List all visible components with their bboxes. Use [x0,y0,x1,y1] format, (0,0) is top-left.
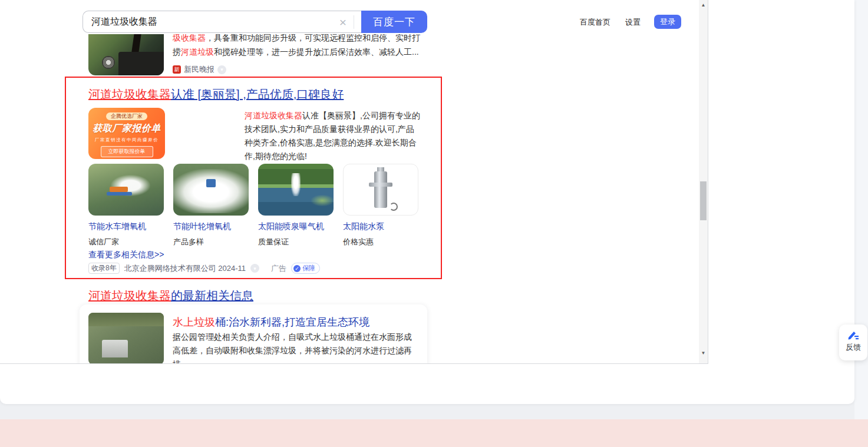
news-title-link[interactable]: 水上垃圾桶:治水新利器,打造宜居生态环境 [173,315,369,329]
product-photo [343,164,418,216]
banner-badge: 企腾优选厂家 [106,112,147,120]
news-result-card[interactable]: 水上垃圾桶:治水新利器,打造宜居生态环境 据公园管理处相关负责人介绍，自吸式水上… [80,304,427,364]
login-button[interactable]: 登录 [654,15,681,29]
ad-result-title[interactable]: 河道垃圾收集器认准 [奥丽景] ,产品优质,口碑良好 [88,87,344,102]
clear-search-icon[interactable]: × [332,16,354,28]
browser-window: 圾收集器，具备重和功能同步升级，可实现远程监控和启停、实时打捞河道垃圾和搅碎处理… [0,0,708,364]
product-card[interactable]: 节能水车增氧机 诚信厂家 [88,164,165,247]
product-name-link[interactable]: 太阳能水泵 [343,221,420,232]
search-results-page: 圾收集器，具备重和功能同步升级，可实现远程监控和启停、实时打捞河道垃圾和搅碎处理… [0,0,699,364]
result-source-row: 新 新民晚报 ▾ [173,64,226,75]
product-card[interactable]: 太阳能喷泉曝气机 质量保证 [258,164,335,247]
ad-banner-image[interactable]: 企腾优选厂家 获取厂家报价单 厂家直销没有中间商赚差价 立即获取报价单 [88,108,165,159]
guarantee-badge[interactable]: ✓ 保障 [291,263,320,274]
windows-taskbar: S W ✓ Ps + 中 S 10:54 2024/11/14 [0,419,868,447]
search-box: × [82,11,361,33]
ad-dropdown-icon[interactable]: ▾ [250,264,259,273]
ad-description: 河道垃圾收集器认准【奥丽景】,公司拥有专业的技术团队,实力和产品质量获得业界的认… [245,109,420,163]
product-name-link[interactable]: 节能叶轮增氧机 [173,221,250,232]
result-dropdown-icon[interactable]: ▾ [217,65,226,74]
product-name-link[interactable]: 太阳能喷泉曝气机 [258,221,335,232]
product-tag: 价格实惠 [343,237,420,247]
banner-headline: 获取厂家报价单 [93,122,161,135]
product-tag: 产品多样 [173,237,250,247]
advertiser-company: 北京企腾网络技术有限公司 2024-11 [124,263,246,274]
scroll-up-arrow-icon[interactable]: ▲ [699,1,708,9]
nav-baidu-home[interactable]: 百度首页 [580,17,610,28]
result-snippet: 圾收集器，具备重和功能同步升级，可实现远程监控和启停、实时打捞河道垃圾和搅碎处理… [173,31,423,59]
banner-quote-button[interactable]: 立即获取报价单 [101,146,153,157]
scrollbar-thumb[interactable] [700,181,707,220]
product-tag: 质量保证 [258,237,335,247]
pencil-icon [847,330,859,340]
xinmin-daily-logo-icon: 新 [173,65,181,74]
news-description: 据公园管理处相关负责人介绍，自吸式水上垃圾桶通过在水面形成高低差，自动吸附和收集… [173,330,417,364]
news-thumbnail [88,313,164,364]
feedback-button[interactable]: 反馈 [839,325,867,360]
indexed-years-badge: 收录8年 [88,263,120,274]
news-section-title[interactable]: 河道垃圾收集器的最新相关信息 [88,288,253,304]
search-input[interactable] [83,11,332,32]
product-card[interactable]: 节能叶轮增氧机 产品多样 [173,164,250,247]
see-more-link[interactable]: 查看更多相关信息>> [88,250,164,260]
scroll-down-arrow-icon[interactable]: ▼ [699,349,708,357]
product-photo [173,164,249,216]
ad-label: 广告 [271,263,286,274]
product-tag: 诚信厂家 [88,237,165,247]
nav-settings[interactable]: 设置 [625,17,641,28]
product-photo [88,164,164,216]
result-source: 新民晚报 [184,64,214,75]
product-name-link[interactable]: 节能水车增氧机 [88,221,165,232]
check-icon: ✓ [293,265,301,272]
product-photo [258,164,334,216]
browser-scrollbar[interactable]: ▲ ▼ [699,0,708,363]
banner-subtext: 厂家直销没有中间商赚差价 [95,137,159,143]
ad-footer-row: 收录8年 北京企腾网络技术有限公司 2024-11 ▾ 广告 ✓ 保障 [88,263,320,274]
search-separator [354,15,354,29]
baidu-search-button[interactable]: 百度一下 [361,11,427,33]
product-card[interactable]: 太阳能水泵 价格实惠 [343,164,420,247]
